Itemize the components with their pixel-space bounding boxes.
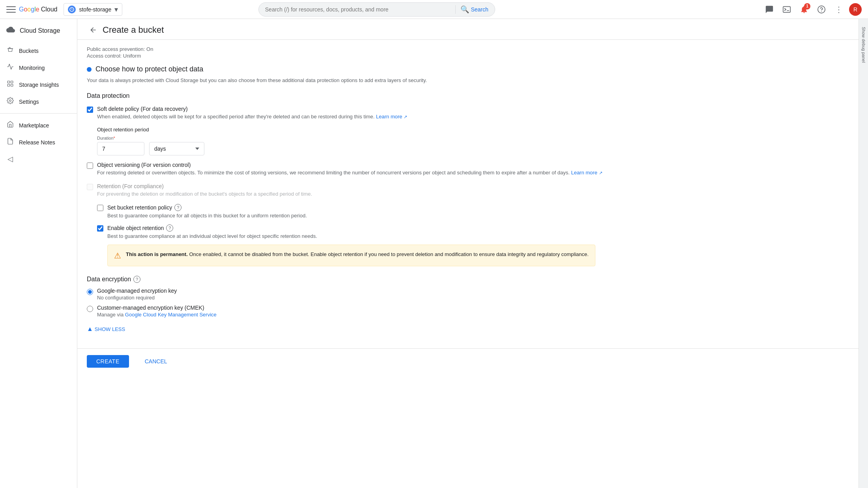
show-less-btn[interactable]: ▲ SHOW LESS [87, 325, 849, 333]
search-bar: 🔍 Search [258, 2, 495, 17]
terminal-icon-btn[interactable] [780, 2, 794, 17]
soft-delete-learn-more-link[interactable]: Learn more [376, 114, 402, 120]
versioning-learn-more-link[interactable]: Learn more [571, 170, 597, 176]
sidebar-item-marketplace[interactable]: Marketplace [0, 117, 74, 134]
enable-object-retention-content: Enable object retention ? Best to guaran… [107, 224, 595, 267]
enable-object-retention-row: Enable object retention ? Best to guaran… [97, 224, 849, 267]
notification-icon-btn[interactable]: 1 [797, 2, 811, 17]
versioning-row: Object versioning (For version control) … [87, 162, 849, 177]
cloud-storage-header-icon [6, 25, 15, 36]
help-icon-btn[interactable] [814, 2, 829, 17]
sidebar: Cloud Storage Buckets Monitoring Storage… [0, 19, 77, 488]
customer-managed-radio[interactable] [87, 306, 93, 312]
chevron-down-icon: ▾ [114, 5, 118, 14]
google-managed-label[interactable]: Google-managed encryption key [97, 288, 177, 294]
create-button[interactable]: CREATE [87, 355, 129, 368]
customer-managed-radio-row: Customer-managed encryption key (CMEK) M… [87, 305, 849, 318]
versioning-checkbox[interactable] [87, 163, 93, 169]
menu-icon[interactable] [6, 5, 16, 14]
soft-delete-checkbox[interactable] [87, 107, 93, 113]
sidebar-header: Cloud Storage [0, 22, 77, 42]
svg-point-8 [9, 100, 11, 102]
section-bullet [87, 67, 92, 72]
more-icon-btn[interactable]: ⋮ [832, 2, 846, 17]
search-input[interactable] [265, 6, 456, 13]
svg-rect-6 [7, 84, 9, 86]
monitoring-icon [6, 63, 14, 72]
retention-desc: For preventing the deletion or modificat… [97, 190, 312, 198]
notification-badge: 1 [804, 3, 810, 9]
enable-object-retention-label[interactable]: Enable object retention [107, 225, 164, 231]
project-name: stofe-storage [79, 6, 111, 13]
debug-panel-label: Show debug panel [861, 24, 866, 63]
encryption-help-icon[interactable]: ? [133, 276, 140, 283]
set-bucket-retention-content: Set bucket retention policy ? Best to gu… [107, 204, 307, 220]
data-protection-section: Data protection Soft delete policy (For … [87, 92, 849, 333]
back-button[interactable] [87, 24, 99, 36]
sidebar-collapse-btn[interactable]: ◁ [0, 151, 74, 167]
enable-object-retention-checkbox[interactable] [97, 225, 103, 232]
main-layout: Cloud Storage Buckets Monitoring Storage… [0, 19, 868, 488]
section-description: Your data is always protected with Cloud… [87, 77, 849, 84]
customer-managed-label[interactable]: Customer-managed encryption key (CMEK) [97, 305, 204, 311]
right-panel-toggle[interactable]: Show debug panel [859, 19, 868, 488]
svg-point-3 [821, 11, 822, 11]
comment-icon-btn[interactable] [762, 2, 776, 17]
sidebar-divider [0, 113, 77, 114]
section-title: Choose how to protect object data [95, 65, 203, 73]
project-icon [68, 6, 76, 13]
duration-label: Duration* [97, 136, 144, 140]
external-link-icon: ↗ [404, 114, 407, 119]
versioning-desc: For restoring deleted or overwritten obj… [97, 169, 602, 177]
sidebar-item-storage-insights[interactable]: Storage Insights [0, 76, 74, 93]
page-title: Create a bucket [103, 25, 164, 35]
retention-inputs: Duration* days weeks months years [97, 136, 849, 155]
project-selector[interactable]: stofe-storage ▾ [64, 3, 122, 16]
key-management-link[interactable]: Google Cloud Key Management Service [125, 312, 217, 318]
info-strip: Public access prevention: On Access cont… [87, 46, 849, 59]
sidebar-item-buckets[interactable]: Buckets [0, 42, 74, 59]
cancel-button[interactable]: CANCEL [135, 355, 177, 368]
collapse-icon: ◁ [6, 155, 14, 163]
set-bucket-retention-label[interactable]: Set bucket retention policy [107, 204, 172, 211]
set-bucket-retention-checkbox[interactable] [97, 205, 103, 211]
customer-managed-content: Customer-managed encryption key (CMEK) M… [97, 305, 217, 318]
set-bucket-retention-help-icon[interactable]: ? [174, 204, 181, 211]
encryption-title: Data encryption ? [87, 276, 849, 283]
data-encryption-section: Data encryption ? Google-managed encrypt… [87, 276, 849, 318]
sidebar-item-release-notes[interactable]: Release Notes [0, 134, 74, 151]
sidebar-item-settings[interactable]: Settings [0, 93, 74, 110]
google-managed-radio-row: Google-managed encryption key No configu… [87, 288, 849, 301]
avatar[interactable]: R [849, 3, 862, 16]
sidebar-item-monitoring[interactable]: Monitoring [0, 59, 74, 76]
google-managed-desc: No configuration required [97, 295, 177, 301]
versioning-content: Object versioning (For version control) … [97, 162, 602, 177]
svg-rect-4 [7, 81, 9, 83]
search-button[interactable]: 🔍 Search [455, 5, 488, 14]
google-managed-radio[interactable] [87, 289, 93, 295]
release-notes-icon [6, 138, 14, 147]
soft-delete-desc: When enabled, deleted objects will be ke… [97, 113, 407, 121]
duration-input[interactable] [97, 142, 144, 155]
retention-content: Retention (For compliance) For preventin… [97, 183, 312, 198]
required-indicator: * [114, 136, 115, 140]
duration-field-group: Duration* [97, 136, 144, 155]
versioning-label[interactable]: Object versioning (For version control) [97, 162, 191, 168]
storage-insights-icon [6, 80, 14, 89]
topbar: Google Cloud stofe-storage ▾ 🔍 Search 1 [0, 0, 868, 19]
warning-text: This action is permanent. Once enabled, … [126, 251, 589, 258]
duration-unit-select[interactable]: days weeks months years [149, 142, 204, 155]
marketplace-icon [6, 121, 14, 130]
data-protection-title: Data protection [87, 92, 849, 99]
buckets-icon [6, 46, 14, 55]
set-bucket-retention-desc: Best to guarantee compliance for all obj… [107, 212, 307, 220]
warning-icon: ⚠ [114, 251, 121, 260]
enable-object-retention-help-icon[interactable]: ? [166, 224, 173, 232]
search-icon: 🔍 [460, 5, 469, 14]
soft-delete-content: Soft delete policy (For data recovery) W… [97, 106, 407, 121]
action-bar: CREATE CANCEL [77, 348, 859, 374]
google-cloud-logo: Google Cloud [19, 6, 57, 13]
content-area: Create a bucket Public access prevention… [77, 19, 859, 488]
soft-delete-label[interactable]: Soft delete policy (For data recovery) [97, 106, 188, 112]
settings-icon [6, 97, 14, 106]
